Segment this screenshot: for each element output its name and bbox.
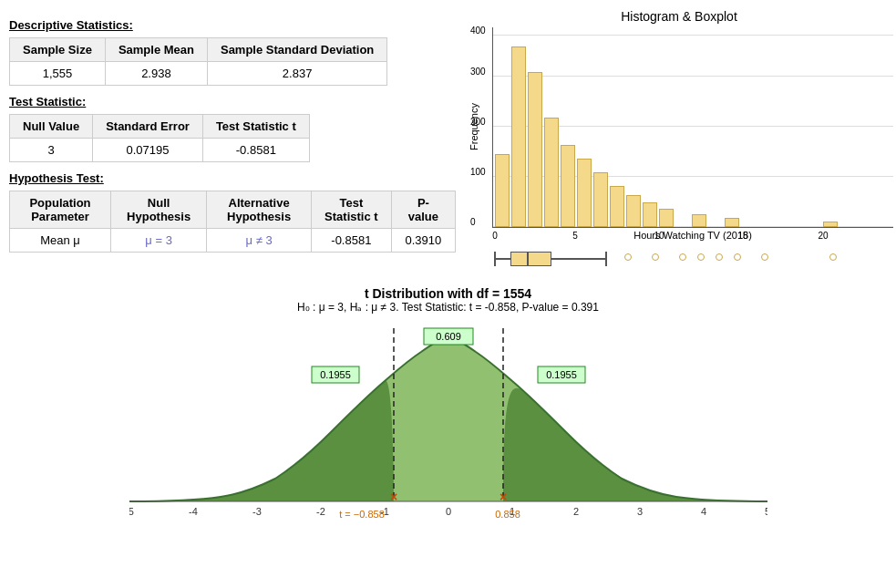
svg-text:-2: -2: [316, 506, 325, 517]
outlier-4: [697, 253, 705, 261]
hypothesis-title: Hypothesis Test:: [9, 171, 456, 185]
bar-2: [528, 72, 542, 227]
bar-5: [577, 159, 592, 227]
tdist-chart: -5 -4 -3 -2 -1 0 1 2 3 4 5 0.1955 0.609 …: [129, 319, 767, 520]
svg-text:0.1955: 0.1955: [320, 369, 351, 380]
col-sample-std: Sample Standard Deviation: [207, 38, 386, 62]
bar-20: [823, 222, 838, 227]
x-tick-0: 0: [492, 231, 498, 241]
bar-9: [643, 202, 657, 227]
svg-text:×: ×: [499, 490, 506, 504]
tdist-section: t Distribution with df = 1554 H₀ : μ = 3…: [9, 286, 887, 520]
y-tick-400: 400: [470, 26, 486, 36]
col-pop-param: Population Parameter: [10, 191, 111, 229]
chart-area: 0 100 200 300 400: [492, 27, 893, 228]
bar-14: [725, 218, 739, 227]
val-sample-mean: 2.938: [105, 62, 207, 86]
outlier-5: [716, 253, 723, 261]
outlier-1: [624, 253, 632, 261]
whisker-left-end: [494, 252, 496, 266]
descriptive-table: Sample Size Sample Mean Sample Standard …: [9, 37, 387, 86]
svg-text:4: 4: [700, 506, 705, 517]
val-hyp-test-stat: -0.8581: [311, 229, 391, 253]
col-sample-mean: Sample Mean: [105, 38, 207, 62]
test-stat-table: Null Value Standard Error Test Statistic…: [9, 114, 310, 162]
hypothesis-table: Population Parameter Null Hypothesis Alt…: [9, 191, 456, 253]
histogram-title: Histogram & Boxplot: [465, 9, 893, 24]
bar-3: [544, 118, 559, 227]
val-sample-size: 1,555: [10, 62, 106, 86]
bar-4: [561, 145, 575, 227]
bar-1: [511, 46, 526, 227]
y-tick-300: 300: [470, 67, 486, 77]
val-null-hyp: μ = 3: [110, 229, 206, 253]
x-tick-5: 5: [572, 231, 578, 241]
svg-text:3: 3: [636, 506, 642, 517]
x-tick-20: 20: [818, 231, 828, 241]
outlier-2: [652, 253, 659, 261]
val-std-error: 0.07195: [93, 139, 203, 162]
whisker-right-end: [605, 252, 607, 266]
val-alt-hyp: μ ≠ 3: [207, 229, 312, 253]
outlier-7: [761, 253, 768, 261]
svg-text:0.609: 0.609: [436, 331, 461, 342]
tdist-svg: -5 -4 -3 -2 -1 0 1 2 3 4 5 0.1955 0.609 …: [129, 319, 767, 520]
col-alt-hyp: Alternative Hypothesis: [207, 191, 312, 229]
val-test-stat: -0.8581: [202, 139, 309, 162]
svg-text:0: 0: [445, 506, 450, 517]
test-stat-title: Test Statistic:: [9, 95, 456, 108]
col-null-hyp: Null Hypothesis: [110, 191, 206, 229]
bar-12: [692, 214, 706, 227]
x-tick-15: 15: [737, 231, 747, 241]
outlier-8: [829, 253, 837, 261]
whisker-left: [494, 258, 510, 260]
bar-10: [659, 209, 674, 227]
outlier-6: [734, 253, 741, 261]
svg-text:×: ×: [389, 490, 397, 504]
col-std-error: Standard Error: [93, 115, 203, 139]
svg-text:-5: -5: [129, 506, 134, 517]
svg-text:t = −0.858: t = −0.858: [339, 509, 385, 520]
histogram-container: Histogram & Boxplot Frequency 0 100 200 …: [465, 9, 893, 281]
bar-0: [495, 154, 510, 227]
svg-text:2: 2: [572, 506, 578, 517]
x-tick-10: 10: [654, 231, 664, 241]
bar-6: [593, 172, 608, 227]
svg-text:-3: -3: [252, 506, 262, 517]
col-pvalue: P-value: [391, 191, 455, 229]
val-sample-std: 2.837: [207, 62, 386, 86]
bar-7: [610, 186, 624, 227]
boxplot-box: [510, 252, 551, 266]
col-sample-size: Sample Size: [10, 38, 106, 62]
boxplot-area: [492, 244, 896, 281]
bar-8: [626, 195, 641, 227]
y-tick-0: 0: [470, 217, 476, 227]
y-tick-100: 100: [470, 167, 486, 177]
x-axis-label: Hours Watching TV (2018): [492, 230, 893, 241]
y-tick-200: 200: [470, 117, 486, 127]
col-hyp-test-stat: Test Statistic t: [311, 191, 391, 229]
val-null-value: 3: [10, 139, 93, 162]
col-null-value: Null Value: [10, 115, 93, 139]
col-test-stat: Test Statistic t: [202, 115, 309, 139]
val-pvalue: 0.3910: [391, 229, 455, 253]
svg-text:-4: -4: [189, 506, 198, 517]
y-axis-label: Frequency: [469, 132, 479, 150]
whisker-right: [551, 258, 606, 260]
boxplot-median: [527, 252, 529, 266]
descriptive-title: Descriptive Statistics:: [9, 18, 456, 32]
svg-text:0.1955: 0.1955: [546, 369, 577, 380]
svg-text:5: 5: [764, 506, 767, 517]
tdist-subtitle: H₀ : μ = 3, Hₐ : μ ≠ 3. Test Statistic: …: [9, 301, 887, 314]
svg-text:0.858: 0.858: [495, 509, 520, 520]
outlier-3: [679, 253, 686, 261]
val-pop-param: Mean μ: [10, 229, 111, 253]
tdist-title: t Distribution with df = 1554: [9, 286, 887, 301]
